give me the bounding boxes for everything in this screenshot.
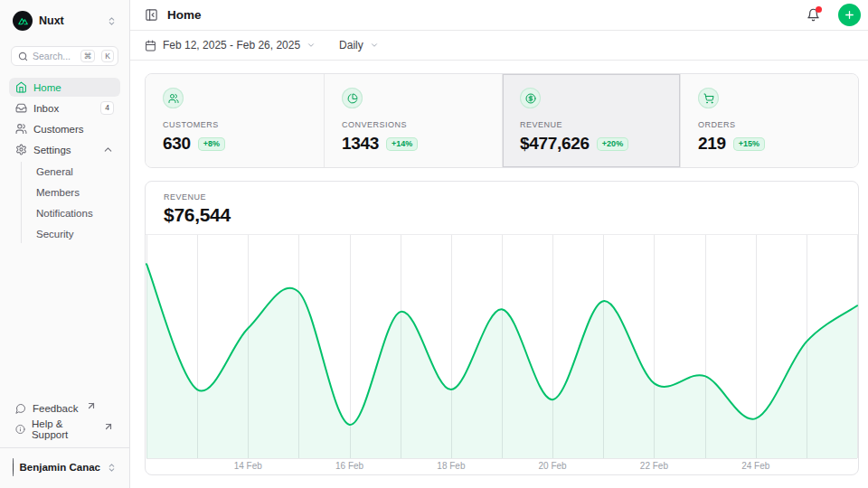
sidebar-nav: Home Inbox 4 Customers Settings General … xyxy=(9,78,120,243)
workspace-selector[interactable]: Nuxt xyxy=(9,9,120,33)
page-header: Home xyxy=(130,0,868,31)
sidebar-item-settings[interactable]: Settings xyxy=(9,140,120,159)
inbox-count-badge: 4 xyxy=(100,101,114,114)
settings-subnav: General Members Notifications Security xyxy=(21,162,120,243)
chat-bubble-icon xyxy=(15,403,26,414)
main-area: Home Feb 12, 2025 - Feb 26, 2025 Daily C… xyxy=(130,0,868,488)
dollar-circle-icon xyxy=(520,88,541,108)
stat-label: REVENUE xyxy=(520,120,680,129)
user-name: Benjamin Canac xyxy=(20,462,100,473)
stat-card-customers[interactable]: CUSTOMERS 630 +8% xyxy=(146,74,324,167)
add-button[interactable] xyxy=(838,4,861,26)
stat-label: ORDERS xyxy=(698,120,858,129)
sidebar-item-general[interactable]: General xyxy=(33,162,120,181)
stat-label: CONVERSIONS xyxy=(342,120,502,129)
calendar-icon xyxy=(145,40,156,52)
notification-dot xyxy=(816,6,822,13)
users-icon xyxy=(163,88,184,108)
chevrons-up-down-icon xyxy=(107,16,117,26)
delta-badge: +14% xyxy=(386,137,418,151)
x-tick-label: 24 Feb xyxy=(741,461,770,471)
divider xyxy=(0,447,129,448)
chevron-down-icon xyxy=(370,41,379,50)
sidebar-footer: Feedback Help & Support Benjamin Canac xyxy=(9,399,120,477)
chevrons-up-down-icon xyxy=(107,463,117,473)
chevron-down-icon xyxy=(307,41,316,50)
stat-card-orders[interactable]: ORDERS 219 +15% xyxy=(680,74,858,167)
info-icon xyxy=(15,424,25,435)
sidebar-item-members[interactable]: Members xyxy=(33,183,120,202)
x-tick-label: 20 Feb xyxy=(539,461,568,471)
stat-card-revenue[interactable]: REVENUE $477,626 +20% xyxy=(502,74,680,167)
stat-label: CUSTOMERS xyxy=(163,120,324,129)
users-icon xyxy=(15,123,27,135)
delta-badge: +20% xyxy=(597,137,628,151)
sidebar-item-home[interactable]: Home xyxy=(9,78,120,97)
x-tick-label: 18 Feb xyxy=(437,461,466,471)
x-tick-label: 16 Feb xyxy=(335,461,364,471)
panel-left-close-icon xyxy=(145,8,158,22)
external-link-icon xyxy=(103,421,114,432)
home-icon xyxy=(15,81,27,93)
date-range-picker[interactable]: Feb 12, 2025 - Feb 26, 2025 xyxy=(145,39,316,52)
filters-toolbar: Feb 12, 2025 - Feb 26, 2025 Daily xyxy=(130,31,868,61)
x-tick-label: 22 Feb xyxy=(640,461,669,471)
kbd-cmd: ⌘ xyxy=(80,50,96,62)
help-support-link[interactable]: Help & Support xyxy=(9,419,120,438)
x-tick-label: 14 Feb xyxy=(234,461,263,471)
stat-value: 219 xyxy=(698,134,726,154)
search-placeholder: Search... xyxy=(33,51,76,61)
sidebar-item-security[interactable]: Security xyxy=(33,224,120,243)
chart-metric-value: $76,544 xyxy=(164,204,840,226)
search-input[interactable]: Search... ⌘ K xyxy=(11,46,118,66)
sidebar-item-notifications[interactable]: Notifications xyxy=(33,203,120,222)
stat-value: $477,626 xyxy=(520,134,590,154)
chart-header: REVENUE $76,544 xyxy=(146,182,858,235)
delta-badge: +15% xyxy=(733,137,765,151)
workspace-name: Nuxt xyxy=(39,14,100,27)
stat-card-conversions[interactable]: CONVERSIONS 1343 +14% xyxy=(324,74,502,167)
kbd-k: K xyxy=(101,50,114,62)
inbox-icon xyxy=(15,102,27,114)
sidebar-collapse-button[interactable] xyxy=(145,8,158,22)
avatar xyxy=(13,458,14,476)
external-link-icon xyxy=(86,400,97,411)
sidebar-item-inbox[interactable]: Inbox 4 xyxy=(9,99,120,117)
user-menu[interactable]: Benjamin Canac xyxy=(9,457,120,477)
feedback-link[interactable]: Feedback xyxy=(9,399,120,418)
stat-value: 630 xyxy=(163,134,191,154)
delta-badge: +8% xyxy=(198,137,225,151)
sidebar: Nuxt Search... ⌘ K Home Inbox 4 Customer… xyxy=(0,0,130,488)
revenue-area-chart: 14 Feb16 Feb18 Feb20 Feb22 Feb24 Feb xyxy=(146,235,858,475)
sidebar-item-customers[interactable]: Customers xyxy=(9,119,120,138)
gear-icon xyxy=(15,144,27,155)
search-icon xyxy=(18,52,28,61)
page-title: Home xyxy=(167,8,797,22)
pie-chart-icon xyxy=(342,88,363,108)
chart-metric-label: REVENUE xyxy=(164,192,840,202)
stats-panel: CUSTOMERS 630 +8% CONVERSIONS 1343 +14% xyxy=(145,73,859,168)
cart-icon xyxy=(698,88,719,108)
plus-icon xyxy=(844,9,855,21)
chevron-up-icon xyxy=(102,144,114,155)
period-select[interactable]: Daily xyxy=(339,39,379,52)
nuxt-logo-icon xyxy=(13,11,33,31)
revenue-chart-card: REVENUE $76,544 14 Feb16 Feb18 Feb20 Feb… xyxy=(145,181,859,475)
stat-value: 1343 xyxy=(342,134,379,154)
page-content: CUSTOMERS 630 +8% CONVERSIONS 1343 +14% xyxy=(130,61,868,488)
notifications-button[interactable] xyxy=(807,8,820,22)
